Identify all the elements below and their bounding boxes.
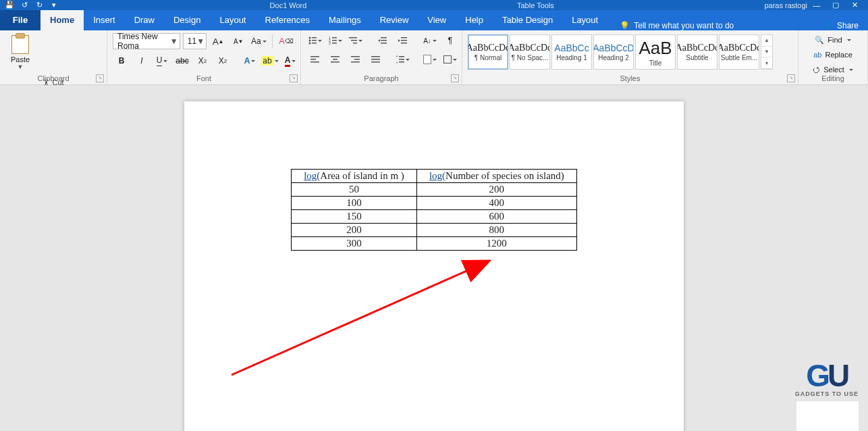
undo-icon[interactable]: ↺ xyxy=(19,1,30,10)
table-row[interactable]: 200800 xyxy=(292,224,577,237)
sort-button[interactable]: A↓ xyxy=(421,33,439,48)
align-right-button[interactable] xyxy=(347,52,364,67)
styles-scroll[interactable]: ▲▼▾ xyxy=(761,34,773,70)
svg-rect-11 xyxy=(332,43,337,44)
tab-draw[interactable]: Draw xyxy=(125,10,164,30)
style-subtle-em-[interactable]: AaBbCcDcSubtle Em... xyxy=(719,34,759,70)
table-cell[interactable]: 50 xyxy=(292,183,417,197)
increase-indent-button[interactable] xyxy=(394,33,412,48)
table-cell[interactable]: 400 xyxy=(416,197,576,210)
underline-button[interactable]: U xyxy=(153,53,171,68)
line-spacing-button[interactable] xyxy=(394,52,412,67)
text-effects-button[interactable]: A xyxy=(241,53,259,68)
tell-me-search[interactable]: 💡 Tell me what you want to do xyxy=(613,21,740,30)
styles-gallery[interactable]: AaBbCcDc¶ NormalAaBbCcDc¶ No Spac...AaBb… xyxy=(468,33,792,70)
bullets-button[interactable] xyxy=(306,33,324,48)
superscript-button[interactable]: X2 xyxy=(214,53,232,68)
tab-table-design[interactable]: Table Design xyxy=(493,10,562,30)
replace-button[interactable]: abReplace xyxy=(804,48,862,61)
svg-rect-14 xyxy=(353,43,357,44)
paragraph-dialog-launcher[interactable]: ↘ xyxy=(451,74,459,82)
shrink-font-button[interactable]: A▼ xyxy=(229,34,247,49)
table-cell[interactable]: 300 xyxy=(292,237,417,251)
find-button[interactable]: 🔍Find xyxy=(804,33,862,47)
subscript-button[interactable]: X2 xyxy=(194,53,211,68)
tab-layout[interactable]: Layout xyxy=(210,10,255,30)
svg-text:3: 3 xyxy=(329,41,331,45)
styles-more-icon[interactable]: ▾ xyxy=(761,57,772,69)
style-heading-1[interactable]: AaBbCcHeading 1 xyxy=(551,34,592,70)
styles-down-icon[interactable]: ▼ xyxy=(761,47,772,58)
share-label: Share xyxy=(837,21,859,30)
shading-button[interactable] xyxy=(421,52,439,67)
table-cell[interactable]: 800 xyxy=(416,224,576,237)
svg-rect-5 xyxy=(312,43,317,44)
close-icon[interactable]: ✕ xyxy=(845,0,864,10)
strikethrough-button[interactable]: abc xyxy=(173,53,191,68)
redo-icon[interactable]: ↻ xyxy=(34,1,45,10)
maximize-icon[interactable]: ▢ xyxy=(826,0,845,10)
style-preview: AaBbCcDc xyxy=(468,43,508,53)
tab-review[interactable]: Review xyxy=(371,10,418,30)
account-name[interactable]: paras rastogi xyxy=(764,1,807,9)
table-row[interactable]: 150600 xyxy=(292,210,577,224)
borders-button[interactable] xyxy=(441,52,459,67)
table-header-row[interactable]: log(Area of island in m ) log(Number of … xyxy=(292,170,577,183)
tab-design[interactable]: Design xyxy=(164,10,210,30)
clipboard-dialog-launcher[interactable]: ↘ xyxy=(96,74,104,82)
tab-references[interactable]: References xyxy=(256,10,319,30)
styles-up-icon[interactable]: ▲ xyxy=(761,35,772,47)
table-header-cell[interactable]: log(Area of island in m ) xyxy=(292,170,417,183)
font-dialog-launcher[interactable]: ↘ xyxy=(290,74,298,82)
table-cell[interactable]: 200 xyxy=(292,224,417,237)
minimize-icon[interactable]: — xyxy=(807,0,826,10)
table-cell[interactable]: 100 xyxy=(292,197,417,210)
italic-button[interactable]: I xyxy=(133,53,151,68)
bottom-white-box xyxy=(796,401,859,431)
table-cell[interactable]: 600 xyxy=(416,210,576,224)
highlight-button[interactable]: ab xyxy=(261,53,279,68)
styles-dialog-launcher[interactable]: ↘ xyxy=(787,74,795,82)
table-cell[interactable]: 150 xyxy=(292,210,417,224)
tab-table-layout[interactable]: Layout xyxy=(562,10,607,30)
qat-more-icon[interactable]: ▾ xyxy=(49,1,59,10)
tab-view[interactable]: View xyxy=(418,10,456,30)
bold-button[interactable]: B xyxy=(113,53,130,68)
tab-mailings[interactable]: Mailings xyxy=(319,10,371,30)
grow-font-button[interactable]: A▲ xyxy=(209,34,227,49)
page[interactable]: log(Area of island in m ) log(Number of … xyxy=(184,101,684,431)
table-cell[interactable]: 200 xyxy=(416,183,576,197)
align-center-button[interactable] xyxy=(327,52,344,67)
style-heading-2[interactable]: AaBbCcDHeading 2 xyxy=(593,34,634,70)
font-color-button[interactable]: A xyxy=(281,53,299,68)
font-size-combo[interactable]: 11▼ xyxy=(183,33,207,49)
justify-button[interactable] xyxy=(367,52,385,67)
clear-formatting-button[interactable]: A⌫ xyxy=(277,34,295,49)
tab-file[interactable]: File xyxy=(0,10,40,30)
align-left-button[interactable] xyxy=(306,52,324,67)
paste-button[interactable]: Paste ▼ xyxy=(5,33,35,75)
tab-help[interactable]: Help xyxy=(456,10,493,30)
svg-point-2 xyxy=(309,40,311,42)
style--no-spac-[interactable]: AaBbCcDc¶ No Spac... xyxy=(510,34,550,70)
table-row[interactable]: 3001200 xyxy=(292,237,577,251)
tab-insert[interactable]: Insert xyxy=(84,10,125,30)
numbering-button[interactable]: 123 xyxy=(327,33,344,48)
table-cell[interactable]: 1200 xyxy=(416,237,576,251)
document-table[interactable]: log(Area of island in m ) log(Number of … xyxy=(291,169,577,251)
change-case-button[interactable]: Aa xyxy=(250,34,267,49)
save-icon[interactable]: 💾 xyxy=(4,1,15,10)
share-button[interactable]: 👤 Share xyxy=(823,21,868,30)
table-row[interactable]: 100400 xyxy=(292,197,577,210)
font-name-combo[interactable]: Times New Roma▼ xyxy=(113,33,180,49)
table-row[interactable]: 50200 xyxy=(292,183,577,197)
style-subtitle[interactable]: AaBbCcDcSubtitle xyxy=(677,34,717,70)
tab-home[interactable]: Home xyxy=(40,10,84,30)
document-area[interactable]: log(Area of island in m ) log(Number of … xyxy=(0,89,868,431)
style-title[interactable]: AaBTitle xyxy=(635,34,676,70)
decrease-indent-button[interactable] xyxy=(374,33,391,48)
show-marks-button[interactable]: ¶ xyxy=(441,33,459,48)
style--normal[interactable]: AaBbCcDc¶ Normal xyxy=(468,34,508,70)
table-header-cell[interactable]: log(Number of species on island) xyxy=(416,170,576,183)
multilevel-list-button[interactable] xyxy=(347,33,364,48)
